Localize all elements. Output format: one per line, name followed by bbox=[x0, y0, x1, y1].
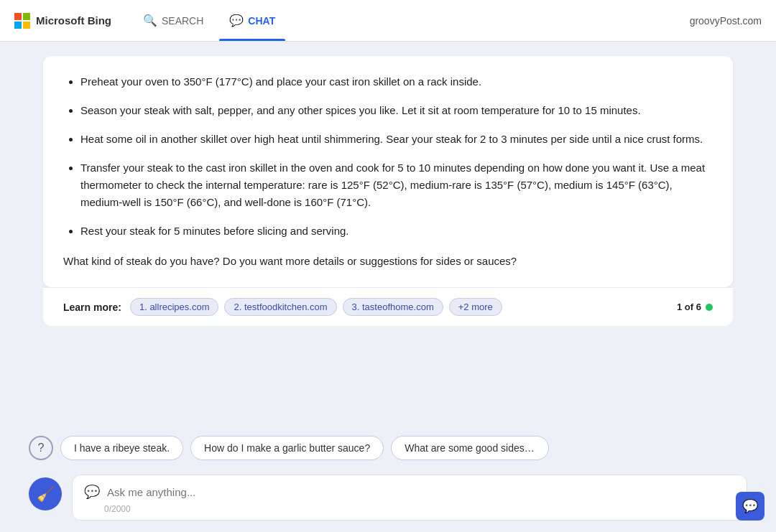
page-indicator: 1 of 6 bbox=[677, 302, 713, 312]
chat-area: Preheat your oven to 350°F (177°C) and p… bbox=[0, 42, 776, 429]
external-link[interactable]: groovyPost.com bbox=[690, 15, 762, 27]
learn-more-link-1[interactable]: 1. allrecipes.com bbox=[130, 298, 219, 316]
chat-icon: 💬 bbox=[229, 14, 244, 27]
tab-search[interactable]: 🔍 SEARCH bbox=[133, 0, 213, 41]
logo: Microsoft Bing bbox=[14, 13, 111, 29]
message-card: Preheat your oven to 350°F (177°C) and p… bbox=[43, 56, 733, 287]
ms-logo-green bbox=[23, 13, 30, 20]
page-indicator-text: 1 of 6 bbox=[677, 302, 701, 312]
nav-tabs: 🔍 SEARCH 💬 CHAT bbox=[133, 0, 285, 41]
ms-logo-red bbox=[14, 13, 22, 20]
list-item: Transfer your steak to the cast iron ski… bbox=[80, 159, 713, 211]
list-item: Preheat your oven to 350°F (177°C) and p… bbox=[80, 73, 713, 90]
learn-more-link-more[interactable]: +2 more bbox=[449, 298, 502, 316]
suggestion-chip-2[interactable]: How do I make a garlic butter sauce? bbox=[190, 436, 384, 460]
learn-more-label: Learn more: bbox=[63, 302, 121, 313]
learn-more-link-2[interactable]: 2. testfoodkitchen.com bbox=[224, 298, 336, 316]
chat-fab-icon: 💬 bbox=[742, 498, 758, 514]
input-row: 💬 bbox=[84, 484, 735, 500]
green-dot-icon bbox=[706, 304, 713, 311]
learn-more-bar: Learn more: 1. allrecipes.com 2. testfoo… bbox=[43, 287, 733, 326]
follow-up-text: What kind of steak do you have? Do you w… bbox=[63, 253, 713, 270]
bullet-list: Preheat your oven to 350°F (177°C) and p… bbox=[63, 73, 713, 240]
list-item: Heat some oil in another skillet over hi… bbox=[80, 131, 713, 148]
logo-text: Microsoft Bing bbox=[36, 14, 111, 27]
avatar-button[interactable]: 🧹 bbox=[29, 477, 62, 510]
suggestion-chip-1[interactable]: I have a ribeye steak. bbox=[60, 436, 183, 460]
tab-search-label: SEARCH bbox=[162, 15, 203, 27]
question-mark-icon: ? bbox=[38, 442, 45, 454]
header: Microsoft Bing 🔍 SEARCH 💬 CHAT groovyPos… bbox=[0, 0, 776, 42]
search-icon: 🔍 bbox=[143, 14, 157, 27]
tab-chat-label: CHAT bbox=[248, 15, 275, 27]
chat-fab-button[interactable]: 💬 bbox=[736, 492, 765, 521]
learn-more-link-3[interactable]: 3. tasteofhome.com bbox=[343, 298, 443, 316]
char-count: 0/2000 bbox=[84, 504, 735, 514]
suggestions-bar: ? I have a ribeye steak. How do I make a… bbox=[0, 429, 776, 467]
suggestion-chip-3[interactable]: What are some good sides fo bbox=[391, 436, 549, 460]
input-box-wrapper: 💬 0/2000 bbox=[72, 475, 747, 521]
tab-chat[interactable]: 💬 CHAT bbox=[219, 0, 285, 41]
broom-icon: 🧹 bbox=[37, 485, 55, 503]
input-area: 🧹 💬 0/2000 bbox=[0, 467, 776, 532]
ms-logo-blue bbox=[14, 22, 22, 29]
suggestions-icon: ? bbox=[29, 436, 53, 460]
input-chat-icon: 💬 bbox=[84, 484, 100, 500]
microsoft-logo bbox=[14, 13, 30, 29]
main-content: Preheat your oven to 350°F (177°C) and p… bbox=[0, 42, 776, 532]
list-item: Rest your steak for 5 minutes before sli… bbox=[80, 223, 713, 240]
ms-logo-yellow bbox=[23, 22, 30, 29]
list-item: Season your steak with salt, pepper, and… bbox=[80, 102, 713, 119]
search-input[interactable] bbox=[107, 486, 735, 498]
